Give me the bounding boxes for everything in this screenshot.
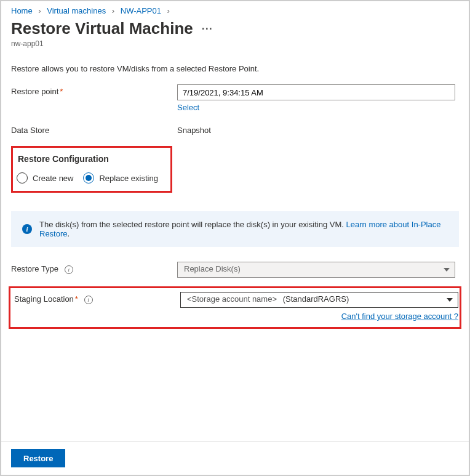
staging-help-link[interactable]: Can't find your storage account ? [180, 312, 458, 321]
restore-button[interactable]: Restore [11, 449, 65, 467]
staging-location-dropdown[interactable]: <Storage account name> (StandardRAGRS) [180, 292, 458, 308]
page-description: Restore allows you to restore VM/disks f… [11, 64, 459, 73]
info-icon: i [22, 224, 32, 234]
data-store-label: Data Store [11, 123, 177, 135]
info-banner-text: The disk(s) from the selected restore po… [39, 220, 346, 229]
radio-icon [83, 172, 94, 184]
chevron-right-icon: › [38, 6, 41, 15]
chevron-right-icon: › [167, 6, 170, 15]
breadcrumb: Home › Virtual machines › NW-APP01 › [11, 6, 459, 15]
restore-type-label: Restore Type i [11, 262, 177, 274]
breadcrumb-home[interactable]: Home [11, 6, 33, 15]
restore-point-select-link[interactable]: Select [177, 103, 455, 112]
staging-location-sku: (StandardRAGRS) [283, 294, 349, 304]
info-circle-icon[interactable]: i [84, 296, 93, 304]
breadcrumb-vm-name[interactable]: NW-APP01 [121, 6, 161, 15]
radio-create-new-label: Create new [33, 174, 73, 183]
restore-configuration-section: Restore Configuration Create new Replace… [11, 146, 172, 193]
info-circle-icon[interactable]: i [65, 265, 73, 274]
radio-icon [17, 172, 28, 184]
staging-location-placeholder: <Storage account name> [187, 294, 277, 304]
chevron-down-icon [444, 268, 450, 272]
page-subtitle: nw-app01 [11, 39, 459, 48]
more-icon[interactable]: ··· [202, 23, 213, 34]
radio-replace-existing-label: Replace existing [99, 174, 157, 183]
page-title: Restore Virtual Machine ··· [11, 19, 459, 38]
breadcrumb-virtual-machines[interactable]: Virtual machines [47, 6, 106, 15]
restore-point-label: Restore point* [11, 84, 177, 96]
radio-replace-existing[interactable]: Replace existing [83, 172, 157, 184]
chevron-down-icon [447, 298, 453, 302]
radio-create-new[interactable]: Create new [17, 172, 73, 184]
staging-location-section: Staging Location* i <Storage account nam… [9, 286, 461, 329]
footer: Restore [1, 441, 469, 475]
restore-point-input[interactable] [177, 84, 455, 100]
restore-configuration-title: Restore Configuration [18, 154, 163, 164]
restore-type-dropdown[interactable]: Replace Disk(s) [177, 262, 455, 278]
chevron-right-icon: › [112, 6, 114, 15]
info-banner: i The disk(s) from the selected restore … [11, 211, 459, 247]
staging-location-label: Staging Location* i [12, 292, 180, 304]
data-store-value: Snapshot [177, 123, 211, 135]
restore-type-value: Replace Disk(s) [184, 264, 241, 273]
